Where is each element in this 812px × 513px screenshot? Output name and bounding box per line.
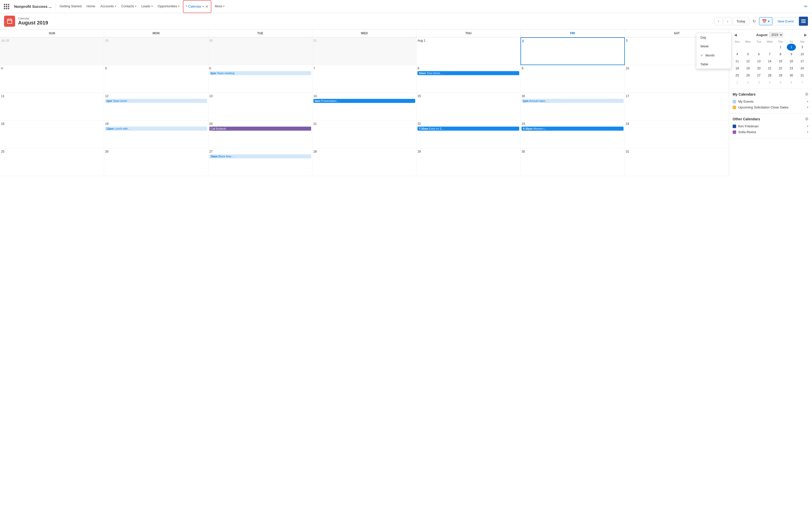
close-icon[interactable]: ✕: [205, 4, 208, 8]
nav-item-contacts[interactable]: Contacts ▾: [119, 0, 139, 13]
gear-icon[interactable]: ⚙: [805, 92, 809, 97]
cal-cell[interactable]: 29: [104, 37, 208, 65]
chevron-down-icon[interactable]: ▾: [807, 130, 809, 134]
cal-cell[interactable]: 31: [625, 148, 729, 176]
nav-item-getting-started[interactable]: Getting Started: [57, 0, 84, 13]
view-option-table[interactable]: Table: [696, 60, 731, 69]
mini-cal-day[interactable]: [754, 44, 763, 51]
mini-cal-day[interactable]: 7: [765, 51, 774, 58]
app-launcher-button[interactable]: [2, 2, 11, 11]
cal-event-lunch-with[interactable]: 12pm Lunch with ...: [105, 127, 207, 131]
cal-cell[interactable]: Jul 28: [0, 37, 104, 65]
cal-cell[interactable]: 9: [521, 65, 625, 93]
mini-cal-day[interactable]: 13: [754, 58, 763, 65]
cal-cell[interactable]: 22 7:30am Early in! E...: [416, 120, 521, 148]
cal-cell[interactable]: 12 1pm Team lunch: [104, 93, 208, 120]
cal-cell[interactable]: Aug 1: [416, 37, 521, 65]
mini-cal-day[interactable]: 28: [765, 72, 774, 79]
cal-event-women[interactable]: 5:30pm Women i...: [522, 127, 623, 131]
mini-cal-day[interactable]: 25: [733, 72, 742, 79]
cal-event-presentation[interactable]: 3pm Presentation ...: [313, 99, 415, 103]
mini-cal-prev[interactable]: ◀: [733, 32, 738, 37]
mini-cal-year-select[interactable]: 2019 2020: [769, 32, 783, 37]
nav-item-home[interactable]: Home: [84, 0, 98, 13]
cal-cell[interactable]: 31: [312, 37, 416, 65]
mini-cal-day[interactable]: 18: [733, 65, 742, 72]
chevron-down-icon[interactable]: ▾: [807, 100, 809, 103]
cal-event-early-in[interactable]: 7:30am Early in! E...: [417, 127, 519, 131]
cal-cell[interactable]: 17: [625, 93, 729, 120]
mini-cal-day[interactable]: 5: [776, 79, 785, 86]
mini-cal-day[interactable]: 14: [765, 58, 774, 65]
mini-cal-day[interactable]: 15: [776, 58, 785, 65]
mini-cal-day[interactable]: 5: [744, 51, 753, 58]
mini-cal-day[interactable]: 3: [798, 44, 807, 51]
view-selector-button[interactable]: 📅 ▾: [759, 17, 773, 25]
mini-cal-day[interactable]: 20: [754, 65, 763, 72]
cal-cell[interactable]: 13: [208, 93, 312, 120]
mini-cal-day-today[interactable]: 2: [787, 44, 796, 51]
cal-cell[interactable]: 30: [521, 148, 625, 176]
mini-cal-day[interactable]: 6: [787, 79, 796, 86]
mini-cal-day[interactable]: 26: [744, 72, 753, 79]
cal-cell[interactable]: 28: [312, 148, 416, 176]
cal-cell[interactable]: 10: [625, 65, 729, 93]
refresh-button[interactable]: ↻: [750, 17, 758, 25]
mini-cal-day[interactable]: 30: [787, 72, 796, 79]
prev-button[interactable]: ‹: [715, 17, 723, 25]
mini-cal-day[interactable]: 11: [733, 58, 742, 65]
mini-cal-day[interactable]: [744, 44, 753, 51]
cal-cell[interactable]: 21: [312, 120, 416, 148]
mini-cal-day[interactable]: 29: [776, 72, 785, 79]
mini-cal-day[interactable]: 4: [765, 79, 774, 86]
cal-event-call-bullards[interactable]: Call Bullards: [209, 127, 311, 131]
mini-cal-day[interactable]: 8: [776, 51, 785, 58]
cal-cell[interactable]: 23 5:30pm Women i...: [521, 120, 625, 148]
cal-cell[interactable]: 5: [104, 65, 208, 93]
mini-cal-day[interactable]: 7: [798, 79, 807, 86]
cal-cell[interactable]: 27 10am Block time: ...: [208, 148, 312, 176]
today-button[interactable]: Today: [733, 17, 749, 25]
gear-icon[interactable]: ⚙: [805, 116, 809, 121]
nav-item-calendar[interactable]: * Calendar ▾ ✕: [183, 0, 211, 13]
mini-cal-next[interactable]: ▶: [803, 32, 809, 37]
cal-cell[interactable]: 19 12pm Lunch with ...: [104, 120, 208, 148]
view-option-day[interactable]: Day: [696, 33, 731, 42]
mini-cal-day[interactable]: 10: [798, 51, 807, 58]
mini-cal-day[interactable]: 1: [733, 79, 742, 86]
mini-cal-day[interactable]: 16: [787, 58, 796, 65]
mini-cal-day[interactable]: 4: [733, 51, 742, 58]
cal-event-time-block[interactable]: 10am Time block ...: [417, 71, 519, 75]
cal-event-team-meeting[interactable]: 2pm Team meeting: [209, 71, 311, 75]
next-button[interactable]: ›: [724, 17, 732, 25]
cal-cell[interactable]: 14 3pm Presentation ...: [312, 93, 416, 120]
mini-cal-day[interactable]: 17: [798, 58, 807, 65]
mini-cal-day[interactable]: [765, 44, 774, 51]
mini-cal-day[interactable]: 1: [776, 44, 785, 51]
mini-cal-day[interactable]: 27: [754, 72, 763, 79]
cal-event-team-lunch[interactable]: 1pm Team lunch: [105, 99, 207, 103]
cal-cell[interactable]: 11: [0, 93, 104, 120]
mini-cal-day[interactable]: 31: [798, 72, 807, 79]
mini-cal-day[interactable]: 6: [754, 51, 763, 58]
cal-event-annual-report[interactable]: 1pm Annual repor...: [522, 99, 623, 103]
mini-cal-day[interactable]: 9: [787, 51, 796, 58]
mini-cal-day[interactable]: 23: [787, 65, 796, 72]
cal-cell-today[interactable]: 2: [521, 37, 625, 65]
mini-cal-day[interactable]: [733, 44, 742, 51]
mini-cal-day[interactable]: 2: [744, 79, 753, 86]
cal-cell[interactable]: 16 1pm Annual repor...: [521, 93, 625, 120]
view-option-month[interactable]: ✓ Month: [696, 51, 731, 60]
mini-cal-day[interactable]: 3: [754, 79, 763, 86]
cal-cell[interactable]: 7: [312, 65, 416, 93]
nav-item-opportunities[interactable]: Opportunities ▾: [155, 0, 182, 13]
nav-item-leads[interactable]: Leads ▾: [139, 0, 155, 13]
mini-cal-day[interactable]: 21: [765, 65, 774, 72]
mini-cal-day[interactable]: 24: [798, 65, 807, 72]
cal-cell[interactable]: 18: [0, 120, 104, 148]
cal-cell[interactable]: 30: [208, 37, 312, 65]
cal-cell[interactable]: 24: [625, 120, 729, 148]
cal-cell[interactable]: 4: [0, 65, 104, 93]
mini-cal-day[interactable]: 19: [744, 65, 753, 72]
nav-item-accounts[interactable]: Accounts ▾: [98, 0, 118, 13]
